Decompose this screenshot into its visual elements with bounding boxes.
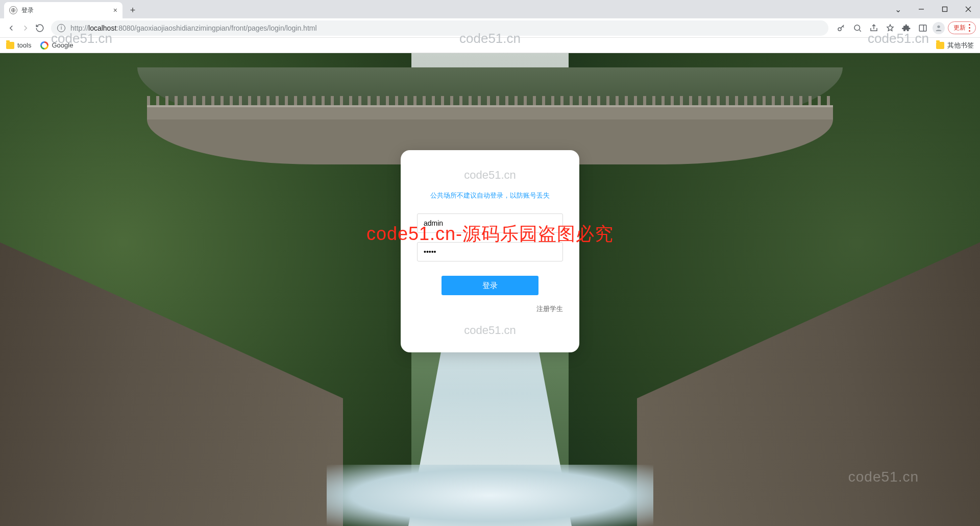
login-notice: 公共场所不建议自动登录，以防账号丢失 xyxy=(417,191,563,200)
zoom-icon[interactable] xyxy=(851,21,864,35)
maximize-icon[interactable] xyxy=(933,0,957,18)
folder-icon xyxy=(6,42,14,49)
tab-search-icon[interactable]: ⌄ xyxy=(886,0,910,18)
bookmarks-bar: tools Google 其他书签 xyxy=(0,38,980,53)
folder-icon xyxy=(936,42,944,49)
url-text: http://localhost:8080/gaoxiaojiaoshidian… xyxy=(70,24,317,32)
tab-strip: 登录 × + ⌄ xyxy=(0,0,980,18)
bookmark-google[interactable]: Google xyxy=(40,41,73,50)
svg-point-9 xyxy=(937,25,940,28)
browser-chrome: 登录 × + ⌄ i http://localhost:8080/gaoxiao… xyxy=(0,0,980,53)
site-info-icon[interactable]: i xyxy=(57,24,65,32)
address-bar[interactable]: i http://localhost:8080/gaoxiaojiaoshidi… xyxy=(51,20,828,36)
page-content: code51.cn code51.cn 公共场所不建议自动登录，以防账号丢失 登… xyxy=(0,53,980,526)
toolbar-right: 更新 xyxy=(831,21,976,35)
profile-avatar[interactable] xyxy=(933,22,945,34)
watermark: code51.cn xyxy=(417,169,563,182)
back-button[interactable] xyxy=(4,21,18,35)
share-icon[interactable] xyxy=(867,21,880,35)
username-input[interactable] xyxy=(417,213,563,233)
globe-icon xyxy=(9,6,17,14)
minimize-icon[interactable] xyxy=(910,0,933,18)
svg-rect-7 xyxy=(919,25,926,31)
window-close-icon[interactable] xyxy=(957,0,980,18)
bookmark-label: 其他书签 xyxy=(947,41,974,50)
svg-point-6 xyxy=(854,25,860,31)
close-tab-icon[interactable]: × xyxy=(113,6,117,14)
login-card: code51.cn 公共场所不建议自动登录，以防账号丢失 登录 注册学生 cod… xyxy=(401,150,579,352)
watermark: code51.cn xyxy=(417,324,563,337)
password-input[interactable] xyxy=(417,242,563,261)
menu-dots-icon xyxy=(969,24,970,32)
password-key-icon[interactable] xyxy=(835,21,848,35)
bookmark-other[interactable]: 其他书签 xyxy=(936,41,974,50)
update-label: 更新 xyxy=(953,23,966,32)
browser-tab[interactable]: 登录 × xyxy=(4,2,122,18)
google-icon xyxy=(40,41,48,50)
toolbar: i http://localhost:8080/gaoxiaojiaoshidi… xyxy=(0,18,980,38)
side-panel-icon[interactable] xyxy=(916,21,929,35)
register-link[interactable]: 注册学生 xyxy=(417,304,563,314)
bookmark-star-icon[interactable] xyxy=(884,21,897,35)
tab-title: 登录 xyxy=(21,6,34,15)
login-button[interactable]: 登录 xyxy=(442,276,538,295)
bookmark-label: Google xyxy=(52,41,73,49)
update-button[interactable]: 更新 xyxy=(948,21,976,34)
svg-rect-2 xyxy=(943,7,947,12)
new-tab-button[interactable]: + xyxy=(126,3,140,17)
bookmark-tools[interactable]: tools xyxy=(6,41,31,49)
reload-button[interactable] xyxy=(33,21,47,35)
window-controls: ⌄ xyxy=(886,0,980,18)
extensions-icon[interactable] xyxy=(900,21,913,35)
bookmark-label: tools xyxy=(17,41,31,49)
forward-button[interactable] xyxy=(18,21,33,35)
